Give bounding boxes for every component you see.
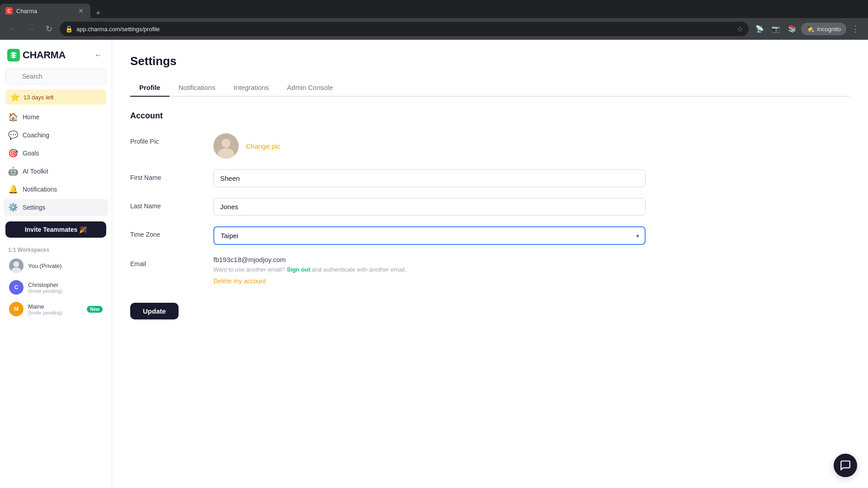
incognito-label: Incognito: [817, 26, 841, 33]
timezone-select[interactable]: Taipei UTC New York London Tokyo: [213, 226, 646, 245]
invite-teammates-button[interactable]: Invite Teammates 🎉: [5, 221, 106, 238]
email-value: fb193c18@mjodjoy.com: [213, 256, 646, 263]
email-sub-suffix: and authenticate with another email.: [312, 266, 406, 273]
sidebar-item-ai-toolkit[interactable]: 🤖 AI Toolkit: [4, 163, 108, 180]
email-row: Email fb193c18@mjodjoy.com Want to use a…: [130, 256, 646, 285]
new-tab-button[interactable]: +: [92, 9, 104, 18]
browser-toolbar-right: 📡 📷 📚 🕵 Incognito ⋮: [752, 22, 863, 36]
sidebar-label-settings: Settings: [23, 204, 46, 211]
home-icon: 🏠: [8, 112, 18, 122]
sidebar-collapse-button[interactable]: ←: [92, 49, 104, 61]
workspace-info-you: You (Private): [28, 263, 62, 269]
sidebar-item-settings[interactable]: ⚙️ Settings: [4, 199, 108, 216]
last-name-label: Last Name: [130, 198, 203, 210]
app-container: CHARMA ← 🔍 ⭐ 13 days left 🏠 Home 💬 Coach…: [0, 40, 868, 488]
svg-point-0: [14, 261, 19, 267]
workspace-item-christopher[interactable]: C Christopher (Invite pending): [4, 277, 108, 298]
sign-out-link[interactable]: Sign out: [287, 266, 310, 273]
workspace-sub-maine: (Invite pending): [28, 310, 62, 315]
logo-icon: [7, 49, 20, 61]
bookmarks-button[interactable]: 📚: [785, 22, 799, 36]
sidebar: CHARMA ← 🔍 ⭐ 13 days left 🏠 Home 💬 Coach…: [0, 40, 112, 488]
cast-button[interactable]: 📡: [752, 22, 767, 36]
tab-close-button[interactable]: ✕: [77, 7, 85, 15]
sidebar-item-notifications[interactable]: 🔔 Notifications: [4, 181, 108, 198]
delete-account-link[interactable]: Delete my account: [213, 277, 646, 285]
browser-tab-charma[interactable]: C Charma ✕: [0, 4, 90, 18]
bookmark-icon[interactable]: ☆: [737, 25, 743, 33]
sidebar-item-goals[interactable]: 🎯 Goals: [4, 145, 108, 162]
account-section-title: Account: [130, 111, 646, 121]
timezone-control: Taipei UTC New York London Tokyo ▾: [213, 226, 646, 245]
email-sub-text: Want to use another email? Sign out and …: [213, 266, 646, 273]
profile-pic-avatar: [213, 133, 239, 159]
sidebar-logo-area: CHARMA ←: [0, 45, 112, 69]
svg-point-1: [11, 267, 21, 273]
first-name-row: First Name: [130, 169, 646, 187]
browser-tabs: C Charma ✕ +: [0, 0, 868, 18]
tab-notifications[interactable]: Notifications: [170, 79, 225, 97]
refresh-button[interactable]: ↻: [42, 22, 56, 36]
back-button[interactable]: ←: [5, 22, 20, 36]
forward-button[interactable]: →: [24, 22, 38, 36]
screenshot-button[interactable]: 📷: [769, 22, 783, 36]
notifications-icon: 🔔: [8, 184, 18, 194]
workspace-avatar-you: [9, 258, 24, 273]
browser-toolbar: ← → ↻ 🔒 app.charma.com/settings/profile …: [0, 18, 868, 40]
chat-widget-button[interactable]: [834, 454, 857, 477]
sidebar-label-goals: Goals: [23, 150, 39, 157]
workspace-info-christopher: Christopher (Invite pending): [28, 282, 62, 294]
settings-tabs: Profile Notifications Integrations Admin…: [130, 79, 850, 97]
sidebar-label-ai-toolkit: AI Toolkit: [23, 168, 48, 175]
tab-title: Charma: [16, 8, 73, 14]
timezone-select-wrapper: Taipei UTC New York London Tokyo ▾: [213, 226, 646, 245]
first-name-label: First Name: [130, 169, 203, 181]
sidebar-item-coaching[interactable]: 💬 Coaching: [4, 127, 108, 144]
tab-profile[interactable]: Profile: [130, 79, 170, 97]
logo-text: CHARMA: [23, 49, 66, 61]
profile-pic-control: Change pic: [213, 133, 646, 159]
workspace-item-maine[interactable]: M Maine (Invite pending) New: [4, 298, 108, 320]
profile-pic-label: Profile Pic: [130, 133, 203, 145]
sidebar-label-notifications: Notifications: [23, 186, 57, 193]
workspace-info-maine: Maine (Invite pending): [28, 303, 62, 315]
email-control: fb193c18@mjodjoy.com Want to use another…: [213, 256, 646, 285]
sidebar-search-area: 🔍: [5, 69, 106, 84]
account-section: Account Profile Pic Change pic: [130, 111, 646, 319]
incognito-button[interactable]: 🕵 Incognito: [801, 23, 846, 35]
ai-toolkit-icon: 🤖: [8, 166, 18, 176]
timezone-row: Time Zone Taipei UTC New York London Tok…: [130, 226, 646, 245]
tab-favicon: C: [5, 7, 13, 14]
timezone-label: Time Zone: [130, 226, 203, 238]
trial-text: 13 days left: [24, 94, 54, 101]
profile-pic-row: Profile Pic Change pic: [130, 133, 646, 159]
goals-icon: 🎯: [8, 148, 18, 158]
workspace-badge-maine: New: [87, 306, 103, 313]
last-name-control: [213, 198, 646, 216]
workspace-name-you: You (Private): [28, 263, 62, 269]
lock-icon: 🔒: [65, 25, 73, 33]
sidebar-label-coaching: Coaching: [23, 131, 49, 139]
url-display: app.charma.com/settings/profile: [76, 26, 733, 33]
search-wrapper: 🔍: [5, 69, 106, 84]
workspace-item-you[interactable]: You (Private): [4, 255, 108, 277]
invite-button-label: Invite Teammates 🎉: [25, 226, 87, 233]
sidebar-item-home[interactable]: 🏠 Home: [4, 108, 108, 126]
change-pic-link[interactable]: Change pic: [246, 142, 280, 150]
first-name-control: [213, 169, 646, 187]
address-bar[interactable]: 🔒 app.charma.com/settings/profile ☆: [60, 22, 749, 36]
coaching-icon: 💬: [8, 130, 18, 140]
tab-integrations[interactable]: Integrations: [224, 79, 278, 97]
settings-icon: ⚙️: [8, 202, 18, 212]
first-name-input[interactable]: [213, 169, 646, 187]
workspace-name-maine: Maine: [28, 303, 62, 310]
svg-point-3: [222, 139, 231, 148]
tab-admin-console[interactable]: Admin Console: [278, 79, 342, 97]
update-button[interactable]: Update: [130, 303, 179, 319]
menu-button[interactable]: ⋮: [848, 22, 863, 36]
workspace-sub-christopher: (Invite pending): [28, 288, 62, 294]
last-name-input[interactable]: [213, 198, 646, 216]
search-input[interactable]: [5, 69, 106, 84]
sidebar-label-home: Home: [23, 113, 39, 121]
sidebar-nav: 🏠 Home 💬 Coaching 🎯 Goals 🤖 AI Toolkit 🔔…: [0, 108, 112, 216]
